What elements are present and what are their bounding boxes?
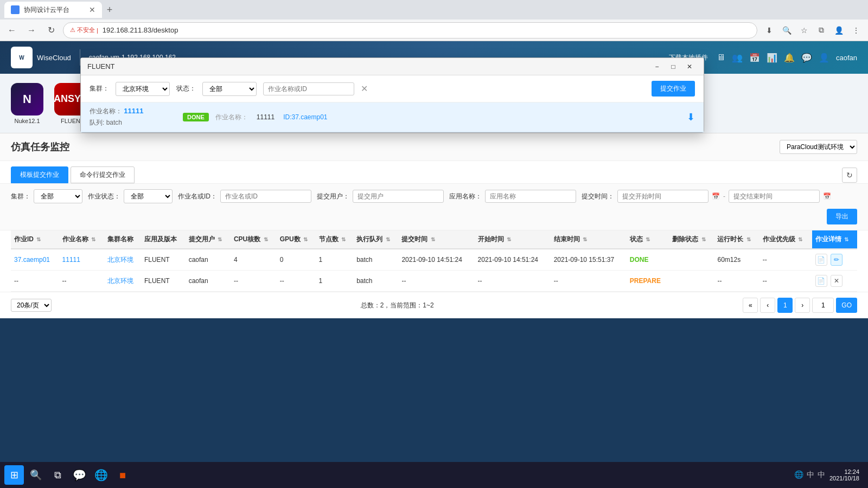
date-end-icon: 📅 [823, 192, 831, 200]
security-warning: ⚠ 不安全 | [70, 26, 98, 34]
close-window-button[interactable]: ✕ [682, 59, 697, 74]
cell-gpu: -- [277, 271, 316, 292]
go-button[interactable]: GO [836, 298, 857, 313]
col-app: 应用及版本 [141, 230, 186, 249]
end-date-input[interactable] [729, 190, 820, 203]
view-detail-icon[interactable]: 📄 [815, 254, 827, 266]
detail-name-label: 作业名称： [215, 113, 248, 122]
nuke-icon-item[interactable]: N Nuke12.1 [11, 83, 43, 124]
jobid-filter-input[interactable] [220, 190, 311, 203]
first-page-button[interactable]: « [743, 298, 758, 313]
col-nodes: 节点数 ⇅ [316, 230, 354, 249]
cluster-link[interactable]: 北京环境 [107, 256, 133, 264]
delete-icon[interactable]: ✕ [831, 275, 843, 287]
env-selector[interactable]: ParaCloud测试环境 [780, 140, 857, 154]
tab-command-submit[interactable]: 命令行提交作业 [71, 166, 135, 183]
download-result-icon[interactable]: ⬇ [687, 111, 695, 123]
cell-cpu: 4 [231, 249, 277, 271]
cluster-filter-select[interactable]: 全部 [34, 189, 82, 203]
bell-icon[interactable]: 🔔 [784, 53, 795, 63]
fluent-job-search[interactable] [263, 82, 354, 95]
logo-text: WiseCloud [37, 54, 71, 62]
refresh-button[interactable]: ↻ [43, 23, 59, 38]
cell-user: caofan [186, 271, 231, 292]
fluent-cluster-select[interactable]: 北京环境 [116, 82, 170, 96]
status-badge: DONE [630, 256, 649, 264]
url-bar[interactable]: ⚠ 不安全 | 192.168.211.83/desktop [63, 22, 757, 38]
maximize-button[interactable]: □ [666, 59, 681, 74]
start-date-input[interactable] [617, 190, 709, 203]
prev-page-button[interactable]: ‹ [760, 298, 775, 313]
page-number-input[interactable] [812, 298, 834, 313]
zoom-icon[interactable]: 🔍 [779, 23, 794, 38]
start-button[interactable]: ⊞ [4, 465, 24, 485]
app-logo: W [11, 47, 33, 68]
new-tab-button[interactable]: + [102, 2, 117, 17]
bookmark-icon[interactable]: ☆ [796, 23, 812, 38]
back-button[interactable]: ← [4, 23, 20, 38]
monitor-icon[interactable]: 🖥 [717, 53, 725, 62]
nav-bar: ← → ↻ ⚠ 不安全 | 192.168.211.83/desktop ⬇ 🔍… [0, 20, 868, 41]
col-job-id: 作业ID ⇅ [11, 230, 59, 249]
cell-del-status [669, 249, 714, 271]
next-page-button[interactable]: › [795, 298, 810, 313]
taskbar-search-icon[interactable]: 🔍 [26, 465, 46, 485]
date-icon: 📅 [712, 192, 720, 200]
taskbar-chrome-icon[interactable]: 🌐 [91, 465, 111, 485]
tab-close-icon[interactable]: ✕ [89, 5, 95, 14]
status-filter-select[interactable]: 全部 [124, 189, 173, 203]
chart-icon[interactable]: 📊 [767, 53, 777, 63]
cluster-link2[interactable]: 北京环境 [107, 277, 133, 285]
cell-del-status [669, 271, 714, 292]
action-icons2: 📄 ✕ [815, 275, 854, 287]
time-filter: 提交时间： 📅 - 📅 [582, 190, 831, 203]
export-button[interactable]: 导出 [827, 209, 857, 224]
fluent-titlebar: FLUENT − □ ✕ [81, 58, 704, 75]
nav-icons: ⬇ 🔍 ☆ ⧉ 👤 ⋮ [762, 23, 864, 38]
browser-tab[interactable]: 协同设计云平台 ✕ [4, 2, 102, 18]
menu-icon[interactable]: ⋮ [848, 23, 864, 38]
user-filter-input[interactable] [353, 190, 444, 203]
taskbar-clock: 12:24 2021/10/18 [829, 468, 859, 481]
user-filter-label: 提交用户： [317, 192, 349, 201]
view-detail-icon2[interactable]: 📄 [815, 275, 827, 287]
job-info-left: 作业名称： 11111 队列: batch [90, 107, 176, 127]
fluent-submit-button[interactable]: 提交作业 [652, 81, 695, 97]
date-display: 2021/10/18 [829, 475, 859, 481]
fluent-label: FLUEN [61, 118, 80, 124]
url-text: 192.168.211.83/desktop [103, 26, 178, 34]
cell-user: caofan [186, 249, 231, 271]
clear-search-icon[interactable]: ✕ [361, 84, 368, 94]
tab-template-submit[interactable]: 模板提交作业 [11, 166, 68, 183]
status-label: 状态： [176, 84, 196, 93]
refresh-table-button[interactable]: ↻ [842, 168, 857, 183]
profile-icon[interactable]: 👤 [831, 23, 846, 38]
tab-title: 协同设计云平台 [24, 5, 85, 15]
job-id-link[interactable]: 37.caemp01 [14, 256, 50, 264]
chat-icon[interactable]: 💬 [801, 53, 812, 63]
network-icon[interactable]: 🌐 [794, 470, 803, 480]
job-name-link[interactable]: 11111 [62, 256, 80, 264]
taskbar-app-icon[interactable]: ■ [113, 465, 132, 485]
per-page-select[interactable]: 20条/页 [11, 299, 52, 312]
forward-button[interactable]: → [24, 23, 39, 38]
taskbar-taskview-icon[interactable]: ⧉ [48, 465, 67, 485]
col-user: 提交用户 ⇅ [186, 230, 231, 249]
extensions-icon[interactable]: ⧉ [814, 23, 829, 38]
ime-icon[interactable]: 中 [807, 470, 814, 480]
input-method-icon[interactable]: 中 [818, 470, 825, 480]
cell-app: FLUENT [141, 271, 186, 292]
tab-favicon [11, 5, 20, 14]
users-icon[interactable]: 👥 [732, 53, 743, 63]
taskbar-wechat-icon[interactable]: 💬 [69, 465, 89, 485]
download-icon[interactable]: ⬇ [762, 23, 777, 38]
fluent-status-select[interactable]: 全部 [202, 82, 257, 96]
status-filter-label: 作业状态： [88, 192, 120, 201]
cell-job-id: 37.caemp01 [11, 249, 59, 271]
calendar-icon[interactable]: 📅 [749, 53, 760, 63]
minimize-button[interactable]: − [649, 59, 665, 74]
page-1-button[interactable]: 1 [777, 298, 793, 313]
edit-icon[interactable]: ✏ [831, 254, 843, 266]
app-filter-input[interactable] [485, 190, 576, 203]
user-avatar-icon[interactable]: 👤 [819, 53, 829, 63]
